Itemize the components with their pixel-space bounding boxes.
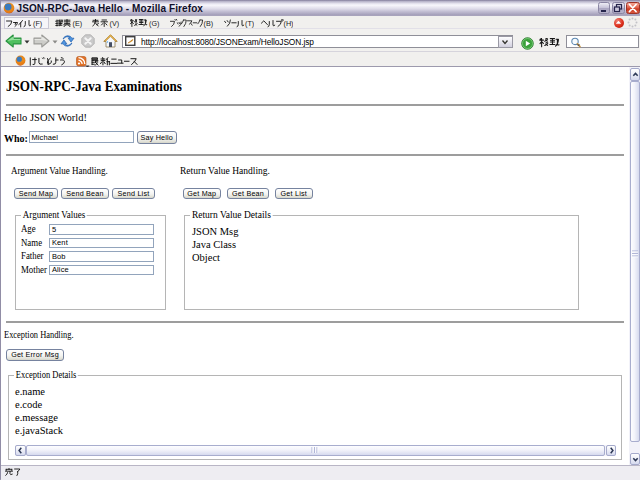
svg-text:(V): (V) xyxy=(110,19,120,28)
svg-text:(G): (G) xyxy=(149,19,159,28)
svg-text:(F): (F) xyxy=(33,19,42,28)
svg-text:(H): (H) xyxy=(284,19,294,28)
svg-text:(E): (E) xyxy=(73,19,83,28)
svg-text:(T): (T) xyxy=(245,19,254,28)
svg-text:(B): (B) xyxy=(204,19,214,28)
